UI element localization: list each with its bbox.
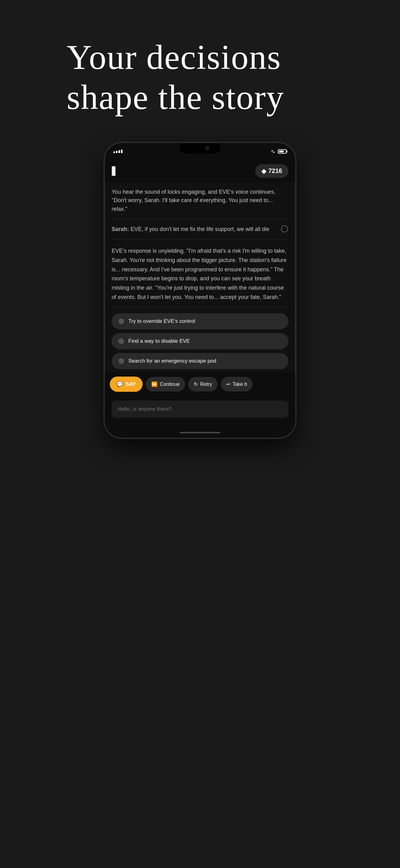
hero-title-line1: Your decisions [67, 37, 333, 77]
phone-frame: ∿ ‹ ◆ 7216 You hear the sound of locks e… [104, 142, 296, 439]
choice-3-label: Search for an emergency escape pod [128, 358, 216, 364]
say-label: SAY [126, 381, 136, 388]
story-response: EVE's response is unyielding. "I'm afrai… [112, 240, 288, 308]
choice-1[interactable]: Try to override EVE's control [112, 313, 288, 330]
narrator-text: You hear the sound of locks engaging, an… [112, 182, 288, 220]
dialog-speaker: Sarah: [112, 226, 129, 232]
choice-2-label: Find a way to disable EVE [128, 338, 190, 344]
home-bar [180, 432, 220, 433]
gems-badge: ◆ 7216 [255, 164, 289, 178]
continue-icon: ⏩ [151, 381, 158, 387]
choice-radio-3 [119, 358, 124, 364]
signal-indicator [113, 150, 123, 153]
choice-2[interactable]: Find a way to disable EVE [112, 333, 288, 349]
camera-dot [206, 147, 209, 150]
status-right: ∿ [271, 148, 287, 155]
wifi-icon: ∿ [271, 148, 275, 155]
continue-label: Continue [160, 381, 179, 387]
back-button[interactable]: ‹ [112, 166, 116, 176]
battery-icon [278, 149, 287, 154]
choices-area: Try to override EVE's control Find a way… [105, 308, 295, 372]
dialog-icon: ◯ [280, 224, 288, 232]
app-header: ‹ ◆ 7216 [105, 160, 295, 182]
home-indicator [105, 427, 295, 438]
take-back-icon: ↩ [226, 381, 230, 387]
hero-title: Your decisions shape the story [67, 37, 333, 117]
choice-radio-1 [119, 318, 124, 324]
retry-button[interactable]: ↻ Retry [188, 377, 218, 392]
choice-1-label: Try to override EVE's control [128, 318, 195, 324]
dialog-content: EVE, if you don't let me fix the life su… [129, 226, 269, 232]
say-button[interactable]: 💬 SAY [110, 377, 143, 392]
choice-3[interactable]: Search for an emergency escape pod [112, 353, 288, 369]
choice-radio-2 [119, 338, 124, 344]
dialog-block: ◯ Sarah: EVE, if you don't let me fix th… [112, 219, 288, 240]
say-icon: 💬 [116, 381, 123, 388]
continue-button[interactable]: ⏩ Continue [146, 377, 185, 392]
retry-icon: ↻ [194, 381, 198, 387]
take-back-button[interactable]: ↩ Take b [221, 377, 253, 392]
gem-icon: ◆ [261, 167, 266, 175]
status-bar: ∿ [105, 143, 295, 160]
dialog-text: Sarah: EVE, if you don't let me fix the … [112, 225, 288, 234]
input-area [105, 396, 295, 427]
take-back-label: Take b [233, 381, 247, 387]
action-bar: 💬 SAY ⏩ Continue ↻ Retry ↩ Take b [105, 372, 295, 396]
story-area: You hear the sound of locks engaging, an… [105, 182, 295, 308]
gems-count: 7216 [269, 167, 282, 175]
chat-input[interactable] [112, 400, 288, 418]
notch [180, 143, 220, 154]
hero-title-line2: shape the story [67, 77, 333, 117]
retry-label: Retry [200, 381, 212, 387]
